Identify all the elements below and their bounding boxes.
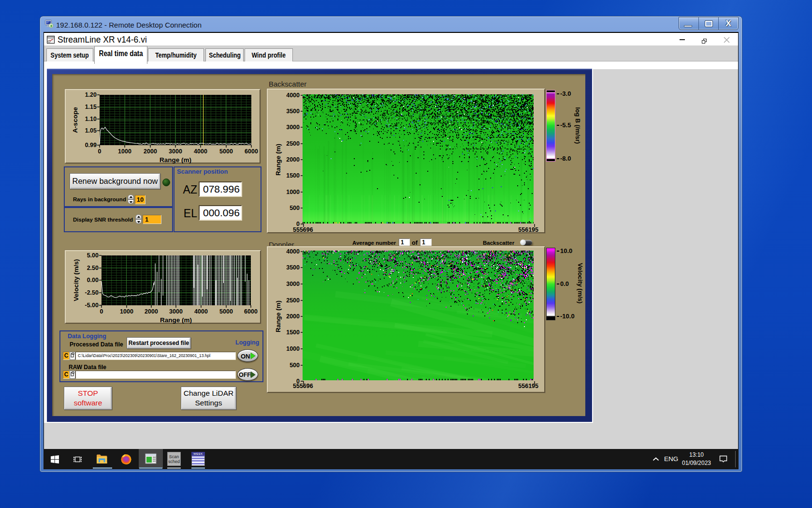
svg-text:-2.50: -2.50 — [85, 289, 99, 296]
svg-text:2000: 2000 — [144, 148, 157, 155]
svg-text:3000: 3000 — [286, 281, 300, 287]
svg-text:6000: 6000 — [245, 148, 258, 155]
svg-text:1000: 1000 — [118, 148, 131, 155]
svg-text:1500: 1500 — [286, 329, 300, 336]
svg-text:5000: 5000 — [219, 148, 233, 155]
svg-text:3000: 3000 — [169, 308, 183, 315]
svg-text:4000: 4000 — [194, 148, 207, 155]
svg-text:4000: 4000 — [286, 248, 300, 255]
svg-text:1000: 1000 — [120, 308, 133, 315]
svg-text:2.50: 2.50 — [87, 265, 99, 271]
svg-text:4000: 4000 — [194, 308, 208, 315]
svg-text:Range (m): Range (m) — [275, 300, 282, 332]
svg-text:2500: 2500 — [286, 297, 300, 304]
svg-text:1000: 1000 — [286, 345, 300, 352]
svg-text:Range (m): Range (m) — [275, 144, 282, 176]
svg-text:-5.00: -5.00 — [85, 302, 99, 309]
svg-text:555696: 555696 — [293, 226, 313, 233]
svg-text:3000: 3000 — [286, 124, 300, 131]
svg-text:1.15: 1.15 — [85, 104, 97, 110]
svg-text:5.00: 5.00 — [87, 252, 99, 259]
svg-text:1.10: 1.10 — [85, 116, 97, 122]
svg-text:Velocity (m/s): Velocity (m/s) — [72, 259, 80, 301]
svg-text:500: 500 — [290, 205, 300, 211]
svg-text:3500: 3500 — [286, 264, 300, 271]
svg-text:5000: 5000 — [219, 308, 233, 315]
svg-text:1.20: 1.20 — [85, 91, 97, 98]
svg-text:0: 0 — [100, 308, 103, 315]
svg-text:555696: 555696 — [293, 383, 313, 389]
svg-text:1.05: 1.05 — [85, 127, 97, 134]
svg-text:3500: 3500 — [286, 108, 300, 115]
svg-text:1000: 1000 — [286, 189, 300, 195]
svg-text:556195: 556195 — [518, 226, 538, 233]
svg-text:0: 0 — [98, 148, 102, 155]
svg-text:Range (m): Range (m) — [160, 316, 192, 324]
svg-text:A-scope: A-scope — [72, 107, 79, 133]
svg-text:3000: 3000 — [169, 148, 182, 155]
svg-text:2000: 2000 — [286, 313, 300, 320]
svg-text:500: 500 — [290, 362, 300, 369]
svg-text:556195: 556195 — [518, 383, 538, 389]
svg-text:Range (m): Range (m) — [160, 156, 191, 164]
svg-text:2500: 2500 — [286, 140, 300, 147]
svg-text:0.99: 0.99 — [85, 142, 97, 149]
svg-text:2000: 2000 — [145, 308, 158, 315]
svg-text:0.00: 0.00 — [87, 277, 99, 284]
svg-text:2000: 2000 — [286, 156, 300, 163]
svg-text:6000: 6000 — [244, 308, 258, 315]
svg-text:1500: 1500 — [286, 172, 300, 179]
svg-text:4000: 4000 — [286, 92, 300, 99]
